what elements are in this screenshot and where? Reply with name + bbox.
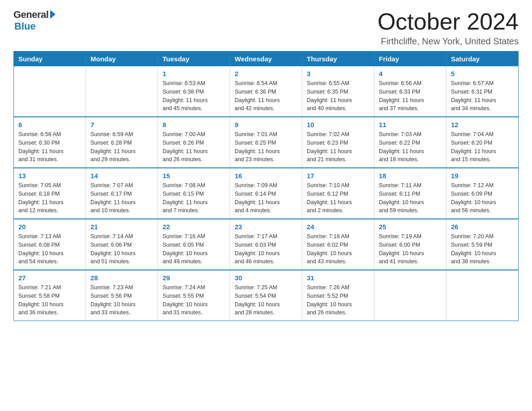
day-number: 22	[163, 223, 225, 231]
day-cell: 16Sunrise: 7:09 AMSunset: 6:14 PMDayligh…	[230, 168, 302, 219]
day-cell: 22Sunrise: 7:16 AMSunset: 6:05 PMDayligh…	[158, 219, 230, 270]
calendar-table: SundayMondayTuesdayWednesdayThursdayFrid…	[13, 51, 519, 321]
day-number: 31	[307, 274, 369, 282]
calendar-body: 1Sunrise: 6:53 AMSunset: 6:38 PMDaylight…	[14, 66, 519, 321]
week-row-2: 6Sunrise: 6:58 AMSunset: 6:30 PMDaylight…	[14, 117, 519, 168]
day-cell: 12Sunrise: 7:04 AMSunset: 6:20 PMDayligh…	[446, 117, 519, 168]
day-cell	[446, 270, 519, 321]
day-number: 16	[235, 172, 297, 180]
day-number: 7	[90, 121, 153, 128]
day-info: Sunrise: 7:23 AMSunset: 5:56 PMDaylight:…	[90, 283, 153, 317]
week-row-1: 1Sunrise: 6:53 AMSunset: 6:38 PMDaylight…	[14, 66, 519, 117]
day-number: 25	[379, 223, 442, 231]
day-cell: 10Sunrise: 7:02 AMSunset: 6:23 PMDayligh…	[302, 117, 374, 168]
day-cell: 19Sunrise: 7:12 AMSunset: 6:09 PMDayligh…	[446, 168, 519, 219]
day-number: 2	[235, 70, 297, 77]
day-info: Sunrise: 7:12 AMSunset: 6:09 PMDaylight:…	[451, 181, 514, 215]
day-info: Sunrise: 6:56 AMSunset: 6:33 PMDaylight:…	[379, 79, 442, 113]
day-cell: 27Sunrise: 7:21 AMSunset: 5:58 PMDayligh…	[14, 270, 86, 321]
day-cell: 3Sunrise: 6:55 AMSunset: 6:35 PMDaylight…	[302, 66, 374, 117]
week-row-4: 20Sunrise: 7:13 AMSunset: 6:08 PMDayligh…	[14, 219, 519, 270]
day-number: 5	[451, 70, 514, 77]
day-number: 3	[307, 70, 369, 77]
day-info: Sunrise: 6:55 AMSunset: 6:35 PMDaylight:…	[307, 79, 369, 113]
month-title: October 2024	[378, 9, 519, 34]
header-cell-tuesday: Tuesday	[158, 51, 230, 67]
week-row-5: 27Sunrise: 7:21 AMSunset: 5:58 PMDayligh…	[14, 270, 519, 321]
day-cell: 9Sunrise: 7:01 AMSunset: 6:25 PMDaylight…	[230, 117, 302, 168]
header-cell-saturday: Saturday	[446, 51, 519, 67]
day-info: Sunrise: 7:20 AMSunset: 5:59 PMDaylight:…	[451, 232, 514, 266]
day-number: 23	[235, 223, 297, 231]
day-info: Sunrise: 7:03 AMSunset: 6:22 PMDaylight:…	[379, 130, 442, 164]
day-cell	[374, 270, 446, 321]
day-info: Sunrise: 7:18 AMSunset: 6:02 PMDaylight:…	[307, 232, 369, 266]
day-info: Sunrise: 6:53 AMSunset: 6:38 PMDaylight:…	[163, 79, 225, 113]
day-number: 17	[307, 172, 369, 180]
day-number: 19	[451, 172, 514, 180]
day-number: 1	[163, 70, 225, 77]
day-number: 28	[90, 274, 153, 282]
day-cell: 25Sunrise: 7:19 AMSunset: 6:00 PMDayligh…	[374, 219, 446, 270]
day-number: 14	[90, 172, 153, 180]
page-header: General Blue October 2024 Firthcliffe, N…	[13, 9, 519, 47]
day-info: Sunrise: 7:21 AMSunset: 5:58 PMDaylight:…	[18, 283, 81, 317]
day-cell: 17Sunrise: 7:10 AMSunset: 6:12 PMDayligh…	[302, 168, 374, 219]
day-number: 24	[307, 223, 369, 231]
day-cell: 23Sunrise: 7:17 AMSunset: 6:03 PMDayligh…	[230, 219, 302, 270]
day-number: 27	[18, 274, 81, 282]
day-cell	[86, 66, 158, 117]
day-cell: 14Sunrise: 7:07 AMSunset: 6:17 PMDayligh…	[86, 168, 158, 219]
day-cell: 7Sunrise: 6:59 AMSunset: 6:28 PMDaylight…	[86, 117, 158, 168]
logo: General Blue	[13, 9, 56, 32]
day-number: 13	[18, 172, 81, 180]
day-cell: 31Sunrise: 7:26 AMSunset: 5:52 PMDayligh…	[302, 270, 374, 321]
header-row: SundayMondayTuesdayWednesdayThursdayFrid…	[14, 51, 519, 67]
day-info: Sunrise: 6:58 AMSunset: 6:30 PMDaylight:…	[18, 130, 81, 164]
day-info: Sunrise: 7:24 AMSunset: 5:55 PMDaylight:…	[163, 283, 225, 317]
day-number: 15	[163, 172, 225, 180]
day-cell: 29Sunrise: 7:24 AMSunset: 5:55 PMDayligh…	[158, 270, 230, 321]
day-cell: 18Sunrise: 7:11 AMSunset: 6:11 PMDayligh…	[374, 168, 446, 219]
day-cell: 30Sunrise: 7:25 AMSunset: 5:54 PMDayligh…	[230, 270, 302, 321]
day-info: Sunrise: 7:11 AMSunset: 6:11 PMDaylight:…	[379, 181, 442, 215]
day-info: Sunrise: 7:05 AMSunset: 6:18 PMDaylight:…	[18, 181, 81, 215]
calendar-header: SundayMondayTuesdayWednesdayThursdayFrid…	[14, 51, 519, 67]
day-cell: 26Sunrise: 7:20 AMSunset: 5:59 PMDayligh…	[446, 219, 519, 270]
day-number: 29	[163, 274, 225, 282]
week-row-3: 13Sunrise: 7:05 AMSunset: 6:18 PMDayligh…	[14, 168, 519, 219]
header-cell-thursday: Thursday	[302, 51, 374, 67]
logo-general-text: General	[13, 9, 48, 21]
day-cell: 21Sunrise: 7:14 AMSunset: 6:06 PMDayligh…	[86, 219, 158, 270]
day-info: Sunrise: 7:01 AMSunset: 6:25 PMDaylight:…	[235, 130, 297, 164]
day-cell: 13Sunrise: 7:05 AMSunset: 6:18 PMDayligh…	[14, 168, 86, 219]
day-number: 6	[18, 121, 81, 128]
day-number: 10	[307, 121, 369, 128]
header-cell-wednesday: Wednesday	[230, 51, 302, 67]
day-number: 18	[379, 172, 442, 180]
day-cell: 15Sunrise: 7:08 AMSunset: 6:15 PMDayligh…	[158, 168, 230, 219]
header-cell-friday: Friday	[374, 51, 446, 67]
title-block: October 2024 Firthcliffe, New York, Unit…	[378, 9, 519, 47]
day-info: Sunrise: 7:25 AMSunset: 5:54 PMDaylight:…	[235, 283, 297, 317]
day-cell: 24Sunrise: 7:18 AMSunset: 6:02 PMDayligh…	[302, 219, 374, 270]
day-info: Sunrise: 6:59 AMSunset: 6:28 PMDaylight:…	[90, 130, 153, 164]
logo-blue-text: Blue	[14, 21, 36, 32]
day-number: 26	[451, 223, 514, 231]
day-info: Sunrise: 7:10 AMSunset: 6:12 PMDaylight:…	[307, 181, 369, 215]
header-cell-sunday: Sunday	[14, 51, 86, 67]
day-cell: 5Sunrise: 6:57 AMSunset: 6:31 PMDaylight…	[446, 66, 519, 117]
day-info: Sunrise: 7:07 AMSunset: 6:17 PMDaylight:…	[90, 181, 153, 215]
day-info: Sunrise: 7:09 AMSunset: 6:14 PMDaylight:…	[235, 181, 297, 215]
day-number: 12	[451, 121, 514, 128]
day-info: Sunrise: 7:26 AMSunset: 5:52 PMDaylight:…	[307, 283, 369, 317]
day-number: 21	[90, 223, 153, 231]
day-info: Sunrise: 7:17 AMSunset: 6:03 PMDaylight:…	[235, 232, 297, 266]
day-number: 4	[379, 70, 442, 77]
day-cell: 1Sunrise: 6:53 AMSunset: 6:38 PMDaylight…	[158, 66, 230, 117]
logo-arrow-icon	[50, 10, 56, 19]
day-cell: 8Sunrise: 7:00 AMSunset: 6:26 PMDaylight…	[158, 117, 230, 168]
day-number: 11	[379, 121, 442, 128]
day-info: Sunrise: 7:00 AMSunset: 6:26 PMDaylight:…	[163, 130, 225, 164]
day-cell	[14, 66, 86, 117]
